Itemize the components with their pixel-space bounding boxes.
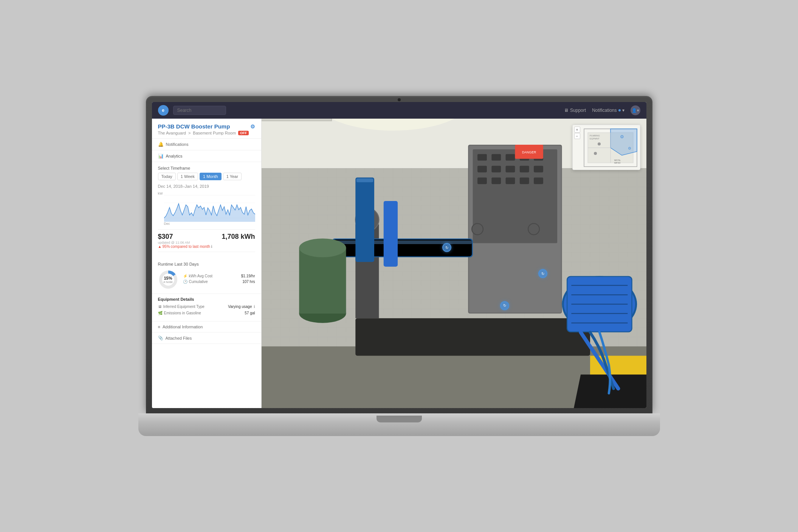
- svg-point-37: [472, 223, 483, 235]
- leaf-icon: 🌿: [158, 311, 163, 315]
- app-screen: e 🖥 Support Notifications ▾ 👤: [152, 102, 646, 408]
- svg-text:EQPMNT: EQPMNT: [590, 138, 600, 140]
- main-content: PP-3B DCW Booster Pump ⚙ The Avanguard >…: [152, 119, 646, 408]
- rotate-icon-3: ↻: [541, 272, 544, 276]
- notification-dot: [618, 109, 621, 111]
- chevron-down-icon: ▾: [622, 108, 624, 113]
- additional-info-section[interactable]: ≡ Additional Information: [152, 322, 261, 332]
- user-avatar[interactable]: 👤 ▾: [631, 105, 640, 115]
- timeframe-today-btn[interactable]: Today: [158, 173, 176, 180]
- avg-cost-row: ⚡ kWh Avg Cost $1.19/hr: [183, 274, 255, 278]
- svg-rect-32: [505, 178, 515, 184]
- kwh-icon: ⚡: [183, 274, 187, 278]
- svg-rect-29: [534, 166, 543, 172]
- svg-rect-61: [262, 119, 331, 120]
- svg-text:W/FSO: W/FSO: [614, 162, 620, 164]
- analytics-content: Select Timeframe Today 1 Week 1 Month 1 …: [152, 162, 261, 259]
- analytics-section-header[interactable]: 📊 Analytics: [152, 150, 261, 162]
- svg-rect-47: [383, 201, 397, 267]
- support-link[interactable]: 🖥 Support: [564, 108, 586, 113]
- svg-rect-27: [505, 166, 515, 172]
- kwh-stat: 1,708 kWh: [222, 233, 255, 241]
- svg-rect-34: [534, 178, 543, 184]
- timeframe-1month-btn[interactable]: 1 Month: [200, 173, 222, 180]
- list-icon: ≡: [158, 325, 160, 329]
- svg-rect-30: [477, 178, 487, 184]
- laptop-frame: e 🖥 Support Notifications ▾ 👤: [135, 96, 664, 436]
- svg-rect-20: [477, 154, 487, 161]
- svg-text:DANGER: DANGER: [522, 150, 536, 154]
- svg-rect-58: [299, 248, 346, 314]
- app-logo[interactable]: e: [158, 105, 169, 116]
- svg-point-59: [299, 238, 346, 257]
- svg-rect-31: [491, 178, 501, 184]
- map-controls: + −: [574, 127, 580, 139]
- breadcrumb: The Avanguard > Basement Pump Room OFF: [158, 131, 255, 135]
- cpu-icon: 🖥: [158, 305, 162, 309]
- cumulative-row: 🕐 Cumulative 107 hrs: [183, 280, 255, 284]
- svg-text:PLMBING: PLMBING: [590, 135, 600, 137]
- laptop-camera: [398, 98, 401, 101]
- chart-x-label: Dec: [164, 222, 170, 226]
- bell-icon: 🔔: [158, 142, 164, 147]
- search-input[interactable]: [173, 106, 226, 115]
- config-icon[interactable]: ⚙: [250, 124, 255, 130]
- up-arrow-icon: ▲: [158, 244, 162, 249]
- topbar-right: 🖥 Support Notifications ▾ 👤 ▾: [564, 105, 640, 115]
- svg-rect-28: [519, 166, 529, 172]
- svg-rect-44: [333, 240, 471, 244]
- timeframe-1year-btn[interactable]: 1 Year: [223, 173, 242, 180]
- user-icon: 👤: [632, 108, 637, 113]
- runtime-stats: ⚡ kWh Avg Cost $1.19/hr 🕐 Cumulative: [183, 274, 255, 285]
- svg-rect-16: [355, 318, 590, 356]
- status-badge: OFF: [238, 131, 249, 135]
- notifications-link[interactable]: Notifications ▾: [592, 108, 624, 113]
- laptop-notch: [377, 416, 422, 422]
- stats-row: $307 updated @ 11:06 AM ▲ 95% compared t…: [158, 229, 255, 252]
- attached-files-section[interactable]: 📎 Attached Files: [152, 332, 261, 344]
- chart-container: kW: [158, 192, 255, 226]
- bar-chart-icon: 📊: [158, 153, 164, 159]
- chart-svg: [164, 192, 255, 222]
- chart-canvas: [164, 192, 255, 221]
- svg-point-74: [594, 152, 597, 155]
- right-panel-360: DANGER: [262, 119, 646, 408]
- chart-y-label: kW: [158, 192, 163, 195]
- panel-header: PP-3B DCW Booster Pump ⚙ The Avanguard >…: [152, 119, 261, 139]
- notifications-section-header[interactable]: 🔔 Notifications: [152, 139, 261, 150]
- laptop-screen-outer: e 🖥 Support Notifications ▾ 👤: [146, 96, 652, 413]
- runtime-content: 15% 4 hr/dir ⚡ kWh Avg Cost: [158, 269, 255, 290]
- timeframe-1week-btn[interactable]: 1 Week: [177, 173, 198, 180]
- map-svg: ⚙ ⚙ PLMBING EQPMNT W/1*AL W/FSO: [573, 125, 640, 170]
- map-zoom-out-btn[interactable]: −: [574, 133, 580, 139]
- stat-change: ▲ 95% compared to last month ℹ: [158, 244, 212, 249]
- runtime-title: Runtime Last 30 Days: [158, 262, 255, 266]
- equipment-details-section: Equipment Details 🖥 Inferred Equipment T…: [152, 294, 261, 322]
- svg-text:⚙: ⚙: [620, 134, 624, 139]
- svg-rect-46: [356, 178, 373, 182]
- svg-rect-45: [355, 178, 374, 262]
- date-range: Dec 14, 2018–Jan 14, 2019: [158, 184, 255, 189]
- svg-rect-19: [473, 149, 557, 243]
- rotate-icon: ↻: [445, 246, 448, 250]
- info-circle-icon: ℹ: [254, 305, 255, 309]
- left-panel: PP-3B DCW Booster Pump ⚙ The Avanguard >…: [152, 119, 262, 408]
- topbar: e 🖥 Support Notifications ▾ 👤: [152, 102, 646, 119]
- info-icon: ℹ: [211, 244, 212, 249]
- rotate-icon-2: ↻: [503, 303, 506, 308]
- paperclip-icon: 📎: [158, 336, 163, 340]
- map-zoom-in-btn[interactable]: +: [574, 127, 580, 133]
- svg-point-38: [528, 223, 539, 235]
- svg-rect-33: [519, 178, 529, 184]
- svg-point-73: [598, 142, 601, 145]
- clock-icon: 🕐: [183, 280, 187, 284]
- map-overlay: + −: [572, 125, 640, 170]
- svg-text:W/1*AL: W/1*AL: [614, 159, 621, 161]
- laptop-body: [138, 413, 660, 436]
- svg-text:⚙: ⚙: [628, 146, 631, 150]
- monitor-icon: 🖥: [564, 108, 569, 113]
- hotspot-bottom-right[interactable]: ↻: [500, 301, 509, 310]
- avatar-chevron-icon: ▾: [637, 108, 639, 113]
- runtime-section: Runtime Last 30 Days 15% 4 hr/dir: [152, 259, 261, 294]
- cost-stat: $307 updated @ 11:06 AM ▲ 95% compared t…: [158, 233, 212, 249]
